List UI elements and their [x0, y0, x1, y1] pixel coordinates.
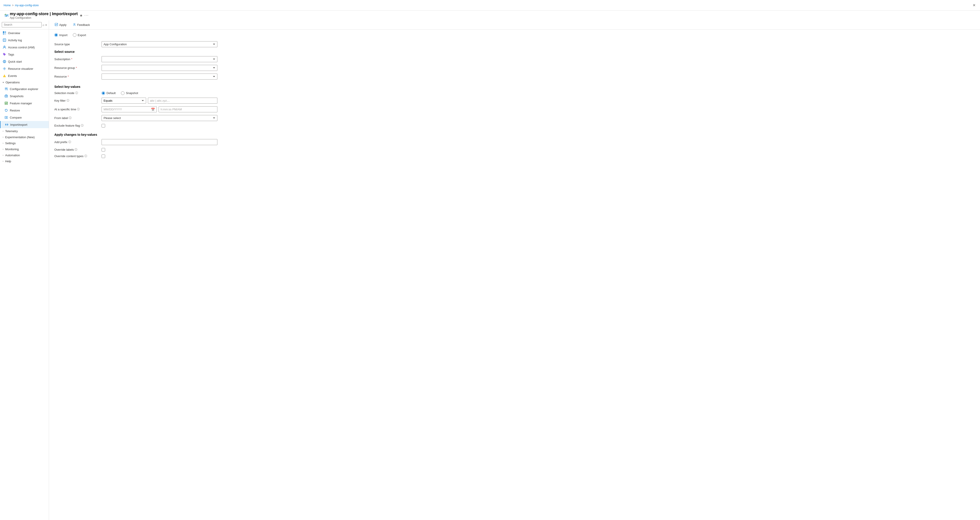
- svg-rect-4: [5, 33, 6, 35]
- subscription-select[interactable]: [102, 56, 217, 62]
- operations-chevron: ▾: [3, 81, 4, 84]
- select-source-section: Select source Subscription *: [54, 50, 975, 80]
- key-filter-text-input[interactable]: [148, 97, 217, 104]
- sidebar-item-resource-visualizer[interactable]: Resource visualizer: [0, 65, 49, 72]
- add-prefix-input[interactable]: [102, 139, 217, 145]
- access-icon: [3, 45, 6, 49]
- apply-icon: [55, 23, 58, 27]
- sidebar-label-experimentation: Experimentation (New): [5, 136, 35, 139]
- sidebar-section-telemetry[interactable]: › Telemetry: [0, 128, 49, 134]
- sidebar-item-quick-start[interactable]: Quick start: [0, 58, 49, 65]
- override-labels-info-icon[interactable]: ⓘ: [75, 148, 77, 152]
- sidebar-section-operations[interactable]: ▾ Operations: [0, 79, 49, 85]
- search-icons: ⌕ «: [43, 23, 47, 27]
- apply-button[interactable]: Apply: [52, 22, 69, 28]
- svg-point-23: [74, 23, 75, 25]
- sidebar-section-automation[interactable]: › Automation: [0, 152, 49, 158]
- tags-icon: [3, 53, 6, 56]
- add-prefix-info-icon[interactable]: ⓘ: [68, 140, 71, 144]
- from-label-select[interactable]: Please select: [102, 115, 217, 121]
- resource-select[interactable]: [102, 73, 217, 80]
- import-radio-option[interactable]: Import: [54, 33, 67, 37]
- feedback-icon: [73, 23, 76, 27]
- source-type-row: Source type App Configuration Configurat…: [54, 41, 975, 47]
- svg-point-7: [3, 54, 4, 54]
- specific-time-info-icon[interactable]: ⓘ: [77, 107, 80, 111]
- resource-group-row: Resource group *: [54, 65, 975, 71]
- activity-icon: [3, 38, 6, 42]
- sidebar-item-tags[interactable]: Tags: [0, 51, 49, 58]
- date-input[interactable]: [102, 107, 149, 112]
- sidebar-section-monitoring[interactable]: › Monitoring: [0, 146, 49, 152]
- sidebar-item-access-control[interactable]: Access control (IAM): [0, 44, 49, 51]
- search-input[interactable]: [2, 22, 41, 27]
- import-radio-label: Import: [59, 33, 67, 37]
- sidebar-item-feature-manager[interactable]: Feature manager: [0, 100, 49, 107]
- export-radio[interactable]: [73, 33, 76, 37]
- sidebar-item-events[interactable]: ! Events: [0, 72, 49, 79]
- form-area: Import Export Source type App Configurat…: [49, 30, 980, 520]
- exclude-feature-flag-checkbox[interactable]: [102, 124, 105, 128]
- resource-group-select[interactable]: [102, 65, 217, 71]
- time-input[interactable]: [159, 106, 217, 112]
- favorite-icon[interactable]: ★: [80, 13, 83, 18]
- sidebar-label-operations: Operations: [6, 81, 20, 84]
- svg-point-6: [4, 46, 5, 47]
- snapshots-icon: [5, 94, 8, 98]
- sidebar-item-compare[interactable]: Compare: [0, 114, 49, 121]
- sidebar-item-config-explorer[interactable]: Configuration explorer: [0, 85, 49, 93]
- sidebar-label-import-export: Import/export: [10, 123, 27, 126]
- sidebar-item-import-export[interactable]: Import/export: [0, 121, 49, 128]
- sidebar-item-overview[interactable]: Overview: [0, 29, 49, 37]
- from-label-info-icon[interactable]: ⓘ: [69, 116, 72, 120]
- resource-viz-icon: [3, 67, 6, 70]
- selection-mode-snapshot-option[interactable]: Snapshot: [121, 91, 138, 95]
- sidebar-item-activity-log[interactable]: Activity log: [0, 37, 49, 44]
- export-radio-option[interactable]: Export: [73, 33, 86, 37]
- subscription-label: Subscription *: [54, 57, 99, 61]
- add-prefix-control: [102, 139, 217, 145]
- breadcrumb-home[interactable]: Home: [3, 4, 11, 7]
- overview-icon: [3, 31, 6, 35]
- sidebar-label-access-control: Access control (IAM): [8, 46, 35, 49]
- title-row: my-app-config-store | Import/export App …: [0, 11, 980, 20]
- specific-time-control: 📅: [102, 106, 217, 112]
- app-container: Home > my-app-config-store ✕ my-app-conf…: [0, 0, 980, 520]
- override-content-types-checkbox[interactable]: [102, 155, 105, 158]
- selection-mode-default-label: Default: [107, 91, 116, 95]
- selection-mode-snapshot-radio[interactable]: [121, 91, 124, 95]
- key-filter-group: Equals Starts with Wildcard: [102, 97, 217, 104]
- import-radio[interactable]: [54, 33, 58, 37]
- feedback-label: Feedback: [77, 23, 90, 27]
- more-icon[interactable]: ···: [84, 13, 89, 18]
- source-type-select[interactable]: App Configuration Configuration file: [102, 41, 217, 47]
- calendar-icon[interactable]: 📅: [149, 107, 157, 112]
- exclude-feature-flag-info-icon[interactable]: ⓘ: [81, 124, 84, 128]
- sidebar-section-help[interactable]: › Help: [0, 158, 49, 164]
- key-filter-control: Equals Starts with Wildcard: [102, 97, 217, 104]
- import-export-radio-group: Import Export: [54, 33, 975, 37]
- override-content-types-info-icon[interactable]: ⓘ: [84, 154, 87, 158]
- key-filter-info-icon[interactable]: ⓘ: [67, 99, 69, 102]
- selection-mode-control: Default Snapshot: [102, 91, 217, 95]
- feedback-button[interactable]: Feedback: [71, 22, 92, 28]
- resource-group-label: Resource group *: [54, 66, 99, 70]
- collapse-icon[interactable]: «: [45, 23, 47, 27]
- sidebar-item-restore[interactable]: Restore: [0, 107, 49, 114]
- svg-rect-12: [5, 88, 8, 88]
- selection-mode-default-option[interactable]: Default: [102, 91, 116, 95]
- sidebar-section-settings[interactable]: › Settings: [0, 140, 49, 146]
- breadcrumb-current[interactable]: my-app-config-store: [15, 4, 39, 7]
- key-filter-select[interactable]: Equals Starts with Wildcard: [102, 97, 146, 104]
- resource-group-control: [102, 65, 217, 71]
- search-icon[interactable]: ⌕: [43, 23, 45, 27]
- breadcrumb-sep: >: [12, 4, 14, 7]
- selection-mode-default-radio[interactable]: [102, 91, 105, 95]
- sidebar-item-snapshots[interactable]: Snapshots: [0, 93, 49, 100]
- telemetry-chevron: ›: [3, 130, 3, 132]
- override-labels-checkbox[interactable]: [102, 148, 105, 152]
- close-button[interactable]: ✕: [972, 2, 977, 8]
- search-bar: ⌕ «: [0, 20, 49, 29]
- sidebar-section-experimentation[interactable]: › Experimentation (New): [0, 134, 49, 140]
- selection-mode-info-icon[interactable]: ⓘ: [75, 91, 78, 95]
